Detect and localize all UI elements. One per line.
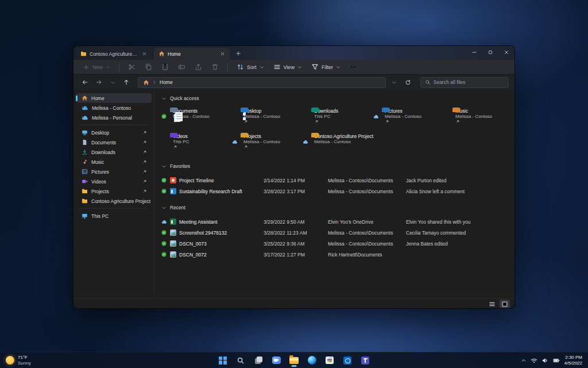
volume-icon[interactable]	[541, 357, 548, 364]
file-name: Meeting Assistant	[179, 219, 218, 225]
file-row-project-timeline[interactable]: Project Timeline 2/14/2022 1:14 PM Melis…	[161, 175, 514, 186]
back-button[interactable]	[79, 76, 91, 88]
tile-location: Melissa - Contoso	[243, 139, 280, 144]
close-tab-icon[interactable]	[140, 50, 148, 58]
chevron-down-icon[interactable]	[161, 164, 167, 169]
pin-icon	[142, 170, 147, 174]
weather-widget[interactable]: 71°F Sunny	[0, 355, 31, 366]
tile-desktop[interactable]: Desktop Melissa - Contoso	[232, 106, 303, 131]
plus-circle-icon	[83, 64, 90, 71]
edge-button[interactable]	[305, 354, 318, 367]
tab-contoso-agriculture-project[interactable]: Contoso Agriculture Project	[76, 48, 152, 60]
chevron-down-icon[interactable]	[161, 96, 167, 101]
hidden-icons-chevron-icon[interactable]	[521, 358, 527, 363]
chevron-right-icon[interactable]	[80, 116, 85, 120]
tile-pictures[interactable]: Pictures Melissa - Contoso	[373, 106, 444, 131]
synced-status-icon	[161, 230, 167, 235]
sidebar-item-desktop[interactable]: Desktop	[76, 128, 152, 137]
details-view-button[interactable]	[487, 300, 497, 308]
chevron-down-icon	[260, 65, 264, 70]
recent-locations-button[interactable]	[107, 76, 118, 88]
close-tab-icon[interactable]	[218, 50, 226, 58]
tile-music[interactable]: Music Melissa - Contoso	[444, 106, 514, 131]
forward-button[interactable]	[93, 76, 105, 88]
rename-button[interactable]	[175, 62, 189, 72]
file-row-meeting-assistant[interactable]: Meeting Assistant 3/29/2022 9:50 AM Elvi…	[161, 216, 514, 227]
sidebar-item-this-pc[interactable]: This PC	[76, 211, 152, 221]
up-button[interactable]	[121, 76, 132, 88]
search-input[interactable]	[434, 79, 504, 85]
file-row-dscn-0072[interactable]: DSCN_0072 3/17/2022 1:27 PM Rick Hartnet…	[161, 249, 514, 260]
address-dropdown-button[interactable]	[388, 76, 400, 88]
tile-location: Melissa - Contoso	[243, 114, 280, 119]
tab-home[interactable]: Home	[154, 48, 230, 60]
view-button[interactable]: View	[270, 62, 305, 72]
sidebar-item-contoso-agriculture-project[interactable]: Contoso Agriculture Project	[76, 196, 152, 206]
sidebar-item-melissa-contoso[interactable]: Melissa - Contoso	[76, 103, 152, 113]
file-row-sustainability-research-draft[interactable]: Sustainability Research Draft 3/28/2022 …	[161, 186, 514, 197]
search-button[interactable]	[234, 354, 247, 367]
file-date: 3/28/2022 3:17 PM	[264, 189, 328, 194]
chevron-right-icon[interactable]	[80, 106, 85, 110]
sidebar-item-videos[interactable]: Videos	[76, 177, 152, 186]
section-title: Favorites	[170, 163, 190, 169]
window-controls	[466, 46, 514, 59]
task-view-button[interactable]	[252, 354, 265, 367]
paste-button[interactable]	[158, 62, 172, 72]
more-options-button[interactable]	[346, 62, 361, 72]
clock[interactable]: 2:30 PM 4/5/2022	[564, 355, 582, 366]
tile-projects[interactable]: Projects Melissa - Contoso	[232, 131, 303, 156]
minimize-button[interactable]	[466, 46, 482, 59]
section-header-favorites[interactable]: Favorites	[161, 161, 514, 171]
wifi-icon[interactable]	[531, 357, 537, 364]
delete-button[interactable]	[208, 62, 222, 72]
new-tab-button[interactable]	[233, 48, 243, 59]
microsoft-store-button[interactable]	[323, 354, 336, 367]
file-activity: Jack Purton edited	[406, 178, 514, 183]
share-button[interactable]	[191, 62, 206, 72]
chevron-down-icon	[297, 65, 302, 70]
file-explorer-button[interactable]	[288, 354, 300, 367]
sidebar-item-downloads[interactable]: Downloads	[76, 147, 152, 157]
file-row-screenshot-29478132[interactable]: Screenshot 29478132 3/28/2022 11:23 AM M…	[161, 227, 514, 238]
document-icon	[82, 139, 88, 145]
file-explorer-icon	[289, 357, 299, 364]
filter-button[interactable]: Filter	[308, 62, 344, 72]
tile-videos[interactable]: Videos This PC	[161, 131, 232, 156]
large-icons-view-button[interactable]	[500, 300, 510, 308]
teams-button[interactable]	[359, 354, 372, 367]
file-row-dscn-0073[interactable]: DSCN_0073 3/25/2022 9:36 AM Melissa - Co…	[161, 238, 514, 249]
tile-location: Melissa - Contoso	[455, 114, 492, 119]
sidebar-item-home[interactable]: Home	[76, 93, 152, 103]
section-title: Quick access	[170, 95, 199, 101]
sidebar-item-documents[interactable]: Documents	[76, 137, 152, 147]
maximize-button[interactable]	[482, 46, 498, 59]
chevron-down-icon[interactable]	[161, 205, 167, 210]
breadcrumb[interactable]: Home	[138, 77, 386, 88]
cloud-status-icon	[232, 139, 238, 145]
start-button[interactable]	[216, 354, 229, 367]
sidebar-item-music[interactable]: Music	[76, 157, 152, 167]
close-button[interactable]	[498, 46, 514, 59]
copy-button[interactable]	[141, 62, 156, 72]
title-bar[interactable]: Contoso Agriculture Project Home	[74, 46, 514, 60]
search-box[interactable]	[420, 77, 509, 88]
breadcrumb-root[interactable]: Home	[160, 79, 173, 85]
refresh-button[interactable]	[402, 76, 413, 88]
chevron-right-icon[interactable]	[80, 214, 85, 218]
sort-button[interactable]: Sort	[233, 62, 268, 72]
cut-button[interactable]	[125, 62, 139, 72]
sidebar-item-melissa-personal[interactable]: Melissa - Personal	[76, 113, 152, 122]
outlook-button[interactable]	[341, 354, 354, 367]
section-header-recent[interactable]: Recent	[161, 202, 514, 213]
section-header-quick-access[interactable]: Quick access	[161, 93, 514, 103]
tile-contoso-agriculture-project[interactable]: Contoso Agriculture Project Melissa - Co…	[303, 131, 446, 156]
sidebar-item-projects[interactable]: Projects	[76, 186, 152, 196]
tile-documents[interactable]: Documents Melissa - Contoso	[161, 106, 232, 131]
new-button[interactable]: New	[79, 62, 114, 72]
chat-button[interactable]	[270, 354, 283, 367]
sidebar-item-pictures[interactable]: Pictures	[76, 167, 152, 177]
search-icon	[425, 79, 431, 85]
battery-icon[interactable]	[552, 357, 560, 364]
tile-downloads[interactable]: Downloads This PC	[303, 106, 373, 131]
